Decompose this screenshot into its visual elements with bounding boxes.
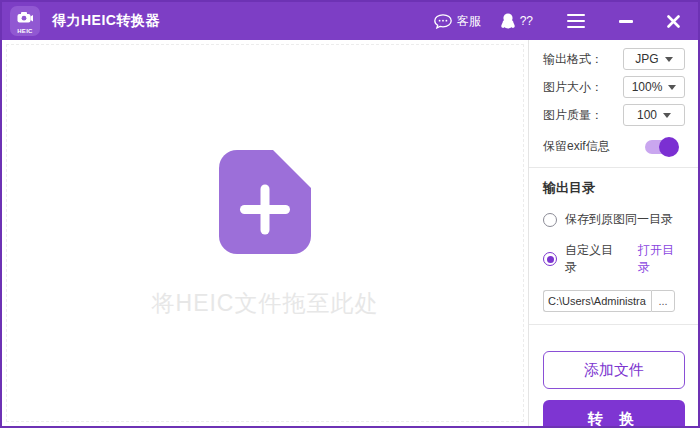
open-dir-link[interactable]: 打开目录 — [638, 242, 685, 276]
customer-service-label: 客服 — [457, 13, 481, 30]
app-logo: HEIC — [10, 6, 40, 36]
close-icon — [667, 15, 680, 28]
image-quality-row: 图片质量： 100 — [543, 104, 685, 126]
dropdown-caret-icon — [663, 113, 671, 118]
image-quality-label: 图片质量： — [543, 107, 603, 124]
image-quality-select[interactable]: 100 — [623, 104, 685, 126]
dropzone[interactable]: 将HEIC文件拖至此处 — [6, 44, 524, 422]
qq-group-button[interactable]: ?? — [493, 8, 541, 34]
window-title: 得力HEIC转换器 — [52, 12, 160, 30]
customer-service-button[interactable]: 客服 — [426, 8, 489, 35]
output-format-value: JPG — [635, 52, 658, 66]
radio-checked-icon[interactable] — [543, 252, 557, 266]
output-format-select[interactable]: JPG — [623, 48, 685, 70]
image-size-label: 图片大小： — [543, 79, 603, 96]
close-button[interactable] — [659, 10, 688, 33]
browse-button[interactable]: ... — [651, 290, 675, 312]
exif-toggle[interactable] — [645, 140, 675, 154]
output-path-input[interactable] — [543, 290, 651, 312]
output-format-label: 输出格式： — [543, 51, 603, 68]
path-row: ... — [543, 290, 685, 312]
settings-sidebar: 输出格式： JPG 图片大小： 100% 图片质量： 100 — [528, 40, 698, 426]
app-logo-label: HEIC — [17, 28, 33, 34]
chat-bubble-icon — [434, 14, 452, 29]
app-window: HEIC 得力HEIC转换器 客服 — [0, 0, 700, 428]
app-body: 将HEIC文件拖至此处 输出格式： JPG 图片大小： 100% 图片质量： — [2, 40, 698, 426]
same-dir-label: 保存到原图同一目录 — [565, 211, 673, 228]
divider — [529, 324, 698, 325]
image-size-select[interactable]: 100% — [623, 76, 685, 98]
custom-dir-option[interactable]: 自定义目录 打开目录 — [543, 242, 685, 276]
output-dir-title: 输出目录 — [543, 179, 685, 197]
dropzone-hint: 将HEIC文件拖至此处 — [152, 288, 379, 319]
divider — [529, 167, 698, 168]
minimize-button[interactable] — [611, 15, 641, 28]
radio-unchecked-icon[interactable] — [543, 213, 557, 227]
titlebar: HEIC 得力HEIC转换器 客服 — [2, 2, 698, 40]
minimize-icon — [619, 20, 633, 23]
toggle-knob — [659, 137, 679, 157]
image-size-row: 图片大小： 100% — [543, 76, 685, 98]
qq-group-label: ?? — [520, 14, 533, 28]
output-format-row: 输出格式： JPG — [543, 48, 685, 70]
hamburger-menu-icon — [567, 14, 585, 28]
dropdown-caret-icon — [665, 57, 673, 62]
same-dir-option[interactable]: 保存到原图同一目录 — [543, 211, 685, 228]
dropdown-caret-icon — [668, 85, 676, 90]
qq-penguin-icon — [501, 13, 515, 29]
titlebar-controls: 客服 ?? — [426, 8, 688, 35]
exif-row: 保留exif信息 — [543, 138, 685, 155]
camera-icon — [17, 9, 33, 27]
add-files-button[interactable]: 添加文件 — [543, 351, 685, 389]
exif-label: 保留exif信息 — [543, 138, 610, 155]
action-buttons: 添加文件 转 换 — [543, 351, 685, 428]
menu-button[interactable] — [559, 9, 593, 33]
image-size-value: 100% — [632, 80, 663, 94]
custom-dir-label: 自定义目录 — [565, 242, 624, 276]
file-plus-icon — [217, 148, 313, 256]
convert-button[interactable]: 转 换 — [543, 400, 685, 428]
image-quality-value: 100 — [637, 108, 657, 122]
